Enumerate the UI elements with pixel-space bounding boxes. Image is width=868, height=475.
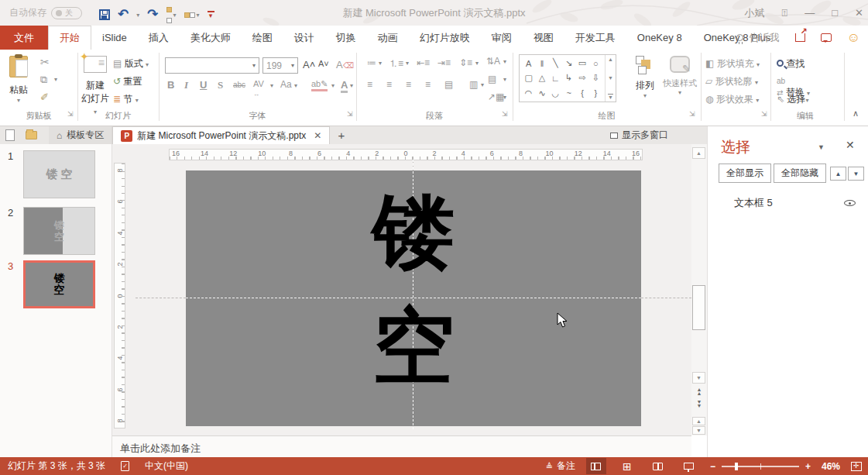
drawing-dialog-launcher-icon[interactable]: ⇲ (689, 110, 695, 118)
tab-绘图[interactable]: 绘图 (242, 26, 283, 50)
copy-dropdown-icon[interactable]: ▾ (54, 76, 57, 83)
right-brace-icon[interactable]: } (594, 88, 597, 98)
next-slide-icon[interactable]: ▼▼ (694, 400, 705, 408)
tab-美化大师[interactable]: 美化大师 (180, 26, 242, 50)
undo-icon[interactable]: ↶ (118, 8, 129, 22)
scrollbar-thumb[interactable] (692, 285, 705, 330)
columns-dropdown-icon[interactable]: ▾ (481, 81, 484, 88)
undo-dropdown-icon[interactable]: ▾ (136, 12, 139, 19)
slide-2-thumbnail[interactable]: 镂空 (23, 207, 95, 255)
share-icon[interactable] (795, 33, 805, 42)
tab-iSlide[interactable]: iSlide (91, 26, 138, 50)
rectangle-icon[interactable]: ▭ (578, 58, 586, 68)
decrease-font-size-icon[interactable]: A˅ (318, 59, 329, 68)
notes-placeholder[interactable]: 单击此处添加备注 (120, 442, 201, 456)
align-right-icon[interactable]: ≡ (406, 79, 411, 90)
font-size-combobox[interactable]: 199▾ (262, 57, 298, 74)
tab-动画[interactable]: 动画 (367, 26, 409, 50)
tell-me-label[interactable]: 告诉我 (750, 31, 780, 45)
arrange-tool-icon[interactable]: ▾ (184, 9, 200, 20)
canvas-scrollbar[interactable]: ▲ ▼ ▲▲ ▼▼ ▲ ▼ (691, 144, 707, 435)
slideshow-button[interactable] (679, 458, 699, 474)
shape-gallery-scrollbar[interactable]: ▲▼▼ (605, 55, 616, 102)
paste-button[interactable]: 粘贴 ▾ (9, 56, 28, 104)
highlight-dropdown-icon[interactable]: ▾ (331, 82, 335, 89)
user-name[interactable]: 小斌 (744, 6, 764, 20)
zoom-out-icon[interactable]: − (710, 461, 715, 472)
align-text-icon[interactable]: ▤ (488, 74, 496, 84)
tab-审阅[interactable]: 审阅 (481, 26, 523, 50)
decrease-indent-icon[interactable]: ⇤≡ (417, 57, 430, 68)
find-button[interactable]: 查找 (777, 57, 805, 71)
spellcheck-icon[interactable]: ✓ (121, 461, 129, 471)
tab-插入[interactable]: 插入 (138, 26, 180, 50)
clipboard-dialog-launcher-icon[interactable]: ⇲ (67, 110, 74, 118)
collapse-ribbon-icon[interactable]: ∧ (853, 108, 859, 119)
slide-3-canvas[interactable]: 镂 空 (186, 170, 641, 426)
strikethrough-button[interactable]: abc (233, 81, 245, 89)
arrange-button[interactable]: 排列 ▾ (631, 56, 659, 99)
curve-icon[interactable]: ~ (566, 88, 571, 98)
notes-pane[interactable]: 单击此处添加备注 (112, 435, 691, 457)
down-arrow-icon[interactable]: ⇩ (592, 73, 599, 83)
tab-开始[interactable]: 开始 (48, 26, 91, 50)
previous-slide-icon[interactable]: ▲▲ (694, 387, 705, 395)
notes-toggle-button[interactable]: ≜备注 (546, 460, 575, 473)
font-dialog-launcher-icon[interactable]: ⇲ (347, 110, 353, 118)
isosceles-triangle-icon[interactable]: △ (539, 73, 545, 83)
selection-list-item[interactable]: 文本框 5 (708, 193, 868, 212)
customize-qat-icon[interactable]: ▾ (208, 11, 214, 19)
reading-view-button[interactable] (648, 458, 668, 474)
section-button[interactable]: ≣ 节 ▾ (113, 93, 139, 106)
tab-切换[interactable]: 切换 (325, 26, 367, 50)
document-tab[interactable]: P 新建 Microsoft PowerPoint 演示文稿.pptx ✕ (112, 126, 330, 144)
format-painter-icon[interactable]: ✐ (40, 91, 49, 103)
scribble-icon[interactable]: ∿ (538, 88, 545, 98)
language-indicator[interactable]: 中文(中国) (145, 460, 188, 473)
convert-smartart-icon[interactable]: ↗▦ (488, 91, 504, 102)
tab-文件[interactable]: 文件 (0, 26, 48, 50)
slide-counter[interactable]: 幻灯片 第 3 张，共 3 张 (8, 460, 105, 473)
align-center-icon[interactable]: ≡ (386, 79, 392, 90)
line-spacing-dropdown-icon[interactable]: ▾ (475, 60, 479, 67)
layout-button[interactable]: ▤ 版式 ▾ (113, 57, 149, 71)
slide-3-thumbnail[interactable]: 镂空 (23, 260, 95, 308)
clear-formatting-icon[interactable]: A⌫ (336, 59, 354, 71)
elbow-arrow-connector-icon[interactable]: ↳ (565, 73, 572, 83)
slide-sorter-view-button[interactable]: ⊞ (617, 458, 637, 474)
line-icon[interactable]: ╲ (553, 58, 558, 68)
freeform-icon[interactable]: ◠ (525, 88, 533, 98)
shape-fill-button[interactable]: ◧ 形状填充 ▾ (705, 57, 760, 71)
send-backward-icon[interactable]: ▼ (848, 167, 864, 181)
bold-button[interactable]: B (167, 79, 174, 91)
hide-all-button[interactable]: 全部隐藏 (774, 163, 826, 183)
tab-设计[interactable]: 设计 (283, 26, 325, 50)
font-color-icon[interactable]: A (341, 79, 348, 93)
character-spacing-dropdown-icon[interactable]: ▾ (270, 82, 273, 89)
tab-幻灯片放映[interactable]: 幻灯片放映 (409, 26, 481, 50)
notes-scroll-down-icon[interactable]: ▼ (692, 426, 705, 435)
text-box-icon[interactable]: A (526, 59, 531, 68)
columns-icon[interactable]: ▥ (469, 79, 478, 90)
close-icon[interactable]: ✕ (855, 7, 863, 19)
align-text-dropdown-icon[interactable]: ▾ (503, 76, 506, 83)
scroll-down-icon[interactable]: ▼ (692, 372, 705, 384)
close-tab-icon[interactable]: ✕ (314, 130, 321, 141)
select-button[interactable]: ⇖ 选择▾ (777, 93, 808, 106)
arc-icon[interactable]: ◡ (552, 88, 560, 98)
maximize-icon[interactable]: □ (832, 7, 838, 19)
zoom-percentage[interactable]: 46% (822, 461, 840, 472)
justify-icon[interactable]: ≡ (425, 79, 431, 90)
increase-font-size-icon[interactable]: A˄ (303, 59, 315, 71)
align-left-icon[interactable]: ≡ (367, 79, 372, 90)
numbering-icon[interactable]: ⒈≡ (389, 57, 403, 71)
slide-text-bottom[interactable]: 空 (186, 304, 641, 389)
rounded-rectangle-icon[interactable]: ▢ (524, 73, 532, 83)
fit-slide-to-window-icon[interactable] (851, 462, 862, 471)
zoom-slider-thumb[interactable] (735, 463, 738, 470)
line-arrow-icon[interactable]: ↘ (565, 58, 572, 68)
template-zone-tab[interactable]: ⌂ 模板专区 (49, 126, 112, 144)
oval-icon[interactable]: ○ (593, 59, 599, 68)
new-document-icon[interactable] (0, 126, 20, 144)
font-name-combobox[interactable]: ▾ (165, 57, 259, 74)
